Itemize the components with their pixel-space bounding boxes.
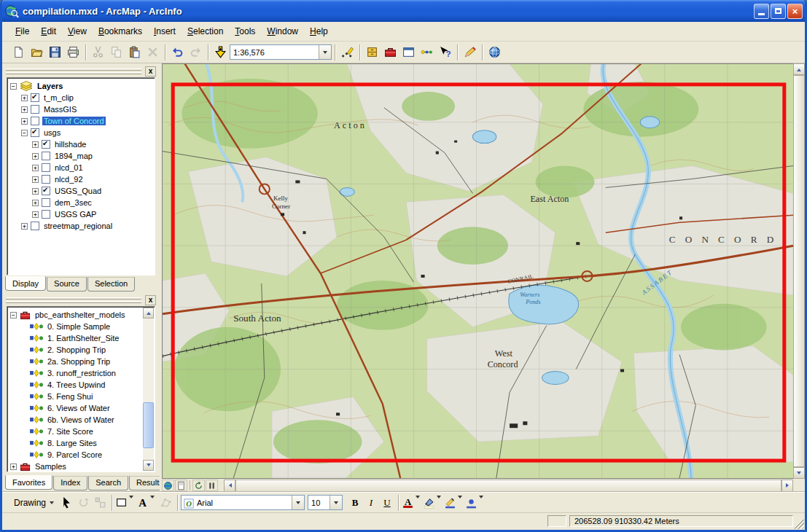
layer-item[interactable]: +MassGIS	[7, 103, 155, 115]
model-label[interactable]: 9. Parcel Score	[46, 450, 104, 459]
layer-label[interactable]: 1894_map	[53, 152, 94, 160]
layer-label[interactable]: nlcd_92	[53, 175, 85, 184]
model-item[interactable]: 6b. Views of Water	[7, 414, 155, 426]
collapse-icon[interactable]: −	[21, 130, 28, 136]
model-item[interactable]: 8. Large Sites	[7, 437, 155, 449]
save-button[interactable]	[46, 43, 64, 61]
italic-button[interactable]: I	[363, 495, 379, 511]
scroll-down-button[interactable]	[143, 460, 154, 471]
model-item[interactable]: 5. Feng Shui	[7, 391, 155, 402]
paste-button[interactable]	[125, 43, 144, 61]
layer-label[interactable]: Layers	[36, 82, 64, 90]
layer-item[interactable]: +streetmap_regional	[7, 220, 155, 232]
layer-label[interactable]: streetmap_regional	[42, 222, 114, 230]
expand-icon[interactable]: +	[21, 95, 28, 101]
font-name-combo[interactable]: O	[181, 495, 305, 510]
dropdown-button[interactable]	[128, 498, 135, 507]
model-label[interactable]: 1. EarthShelter_Site	[46, 334, 120, 343]
layer-visibility-checkbox[interactable]	[31, 128, 39, 137]
bold-button[interactable]: B	[347, 495, 363, 511]
refresh-button[interactable]	[192, 480, 205, 491]
layer-visibility-checkbox[interactable]	[42, 140, 50, 149]
toc-tab-display[interactable]: Display	[5, 276, 46, 291]
scrollbar-thumb[interactable]	[793, 75, 805, 467]
layer-visibility-checkbox[interactable]	[42, 163, 50, 172]
marker-color-button[interactable]	[465, 496, 485, 509]
expand-icon[interactable]: +	[32, 176, 39, 183]
model-label[interactable]: 2a. Shopping Trip	[46, 357, 112, 366]
dropdown-button[interactable]	[149, 498, 156, 507]
layer-visibility-checkbox[interactable]	[42, 210, 50, 219]
model-item[interactable]: 0. Simple Sample	[7, 321, 155, 332]
layout-view-button[interactable]	[175, 480, 187, 491]
layer-visibility-checkbox[interactable]	[31, 93, 39, 102]
model-label[interactable]: 5. Feng Shui	[46, 392, 94, 401]
menu-window[interactable]: Window	[261, 24, 304, 39]
model-item[interactable]: 1. EarthShelter_Site	[7, 332, 155, 344]
drag-gripper[interactable]	[6, 69, 141, 71]
layer-item[interactable]: +hillshade	[7, 138, 155, 150]
expand-icon[interactable]: +	[21, 223, 28, 230]
menu-file[interactable]: File	[9, 24, 35, 39]
layer-item[interactable]: +nlcd_01	[7, 162, 155, 173]
expand-icon[interactable]: +	[21, 118, 28, 125]
whats-this-help-button[interactable]: ?	[436, 43, 454, 61]
scroll-right-button[interactable]	[781, 480, 793, 492]
layer-label[interactable]: hillshade	[53, 140, 87, 149]
layer-label[interactable]: dem_3sec	[53, 198, 93, 207]
modelbuilder-button[interactable]	[418, 43, 436, 61]
scroll-down-button[interactable]	[793, 467, 805, 479]
toc-tab-selection[interactable]: Selection	[87, 277, 135, 292]
scroll-up-button[interactable]	[143, 308, 154, 318]
menu-tools[interactable]: Tools	[229, 24, 261, 39]
layer-item[interactable]: +nlcd_92	[7, 173, 155, 185]
toolbox-item[interactable]: −pbc_earthshelter_models	[7, 309, 155, 321]
menu-help[interactable]: Help	[304, 24, 334, 39]
expand-icon[interactable]: +	[32, 188, 39, 195]
layer-item[interactable]: +Town of Concord	[7, 115, 155, 127]
globe-3d-button[interactable]	[486, 43, 504, 61]
dropdown-button[interactable]	[477, 498, 485, 507]
layer-visibility-checkbox[interactable]	[42, 198, 50, 207]
font-color-button[interactable]: A	[402, 496, 421, 509]
shape-tool-button[interactable]	[115, 496, 135, 509]
expand-icon[interactable]: +	[32, 153, 39, 160]
scrollbar-thumb[interactable]	[235, 480, 781, 492]
print-button[interactable]	[64, 43, 82, 61]
layer-item[interactable]: −Layers	[7, 80, 155, 92]
expand-icon[interactable]: +	[32, 211, 39, 218]
open-folder-button[interactable]	[28, 43, 46, 61]
layer-item[interactable]: −usgs	[7, 127, 155, 138]
drag-gripper[interactable]	[6, 297, 141, 300]
layer-item[interactable]: +t_m_clip	[7, 92, 155, 103]
add-data-button[interactable]	[211, 43, 230, 61]
drawing-menu[interactable]: Drawing	[9, 496, 58, 510]
scrollbar-thumb[interactable]	[143, 402, 154, 448]
dropdown-button[interactable]	[319, 45, 331, 59]
drag-gripper[interactable]	[6, 301, 141, 303]
pencil-sketch-button[interactable]	[461, 43, 479, 61]
toolbox-label[interactable]: pbc_earthshelter_models	[34, 310, 127, 319]
model-item[interactable]: 9. Parcel Score	[7, 449, 155, 461]
dropdown-button[interactable]	[435, 498, 443, 507]
collapse-icon[interactable]: −	[10, 83, 17, 90]
font-name-combo-input[interactable]	[194, 496, 292, 509]
expand-icon[interactable]: +	[32, 165, 39, 171]
layer-item[interactable]: +USGS_Quad	[7, 185, 155, 197]
layer-label[interactable]: Town of Concord	[42, 117, 106, 125]
model-item[interactable]: 2a. Shopping Trip	[7, 356, 155, 367]
toolbox-label[interactable]: Samples	[34, 462, 68, 471]
underline-button[interactable]: U	[379, 495, 395, 511]
layer-visibility-checkbox[interactable]	[42, 175, 50, 184]
command-window-button[interactable]	[399, 43, 418, 61]
model-label[interactable]: 3. runoff_restriction	[46, 369, 117, 378]
line-color-button[interactable]	[444, 496, 464, 509]
layer-visibility-checkbox[interactable]	[31, 105, 39, 114]
layer-visibility-checkbox[interactable]	[31, 222, 39, 230]
data-view-button[interactable]	[162, 480, 174, 491]
model-label[interactable]: 2. Shopping Trip	[46, 345, 107, 354]
model-label[interactable]: 7. Site Score	[46, 427, 95, 436]
drag-gripper[interactable]	[6, 72, 141, 74]
toolbox-close-button[interactable]: x	[145, 295, 156, 305]
menu-insert[interactable]: Insert	[148, 24, 182, 39]
